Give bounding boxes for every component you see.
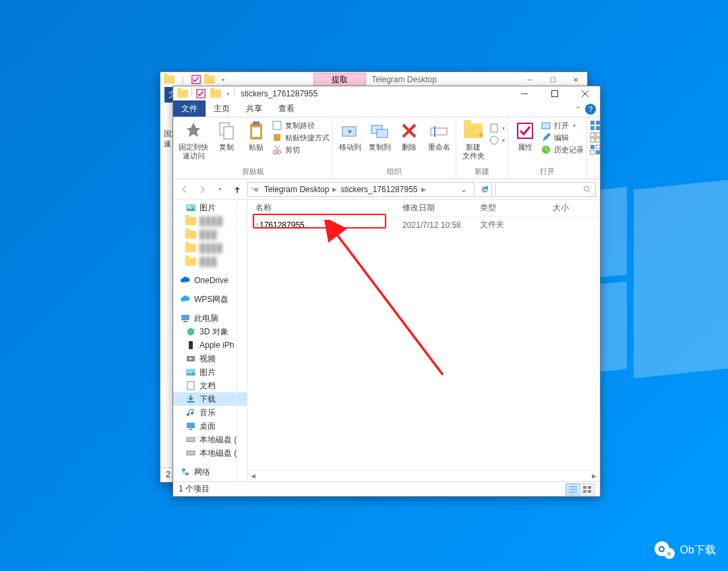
nav-music[interactable]: 音乐 — [173, 406, 247, 419]
maximize-button[interactable] — [539, 86, 570, 101]
new-item-button[interactable]: ▾ — [489, 123, 505, 133]
properties-button[interactable]: 属性 — [511, 119, 539, 153]
nav-pictures[interactable]: 图片 — [173, 201, 247, 214]
new-folder-button[interactable]: 新建 文件夹 — [459, 119, 487, 161]
explorer-window: ▾ stickers_1761287955 文件 主页 共享 查看 ⌃ ? 固定… — [173, 86, 601, 497]
view-large-icons-button[interactable] — [580, 483, 595, 495]
copy-button[interactable]: 复制 — [212, 119, 241, 153]
svg-line-42 — [588, 190, 590, 192]
file-date: 2021/7/12 10:58 — [402, 220, 480, 230]
folder-icon — [162, 73, 176, 86]
minimize-button[interactable] — [509, 86, 539, 101]
nav-item-blurred[interactable]: ████ — [173, 214, 247, 228]
nav-forward-button[interactable] — [195, 182, 210, 197]
nav-local-disk-2[interactable]: 本地磁盘 ( — [173, 446, 247, 460]
maximize-icon[interactable]: ☐ — [541, 73, 564, 86]
open-button[interactable]: 打开▾ — [541, 120, 584, 131]
svg-rect-54 — [187, 451, 195, 455]
help-button[interactable]: ? — [585, 104, 596, 115]
tab-view[interactable]: 查看 — [270, 100, 303, 117]
col-type[interactable]: 类型 — [480, 202, 553, 214]
nav-pane[interactable]: 图片 ████ ███ ████ ███ OneDrive WPS网盘 此电脑 … — [173, 200, 247, 481]
separator — [234, 87, 235, 96]
select-all-button[interactable]: 全部选择 — [590, 120, 600, 131]
contextual-tab: 提取 — [313, 73, 366, 87]
nav-this-pc[interactable]: 此电脑 — [173, 311, 247, 325]
view-details-button[interactable] — [566, 483, 580, 495]
breadcrumb-overflow[interactable]: « — [252, 185, 261, 194]
svg-rect-33 — [590, 133, 595, 137]
edit-button[interactable]: 编辑 — [541, 132, 584, 143]
nav-local-disk-1[interactable]: 本地磁盘 ( — [173, 433, 247, 446]
svg-point-14 — [278, 151, 281, 154]
nav-scrollbar[interactable] — [237, 200, 247, 481]
invert-selection-button[interactable]: 反向选择 — [590, 144, 600, 155]
delete-button[interactable]: 删除 — [395, 119, 423, 153]
nav-3d-objects[interactable]: 3D 对象 — [173, 325, 247, 338]
svg-rect-40 — [596, 150, 600, 154]
paste-button[interactable]: 粘贴 — [242, 119, 270, 153]
file-list[interactable]: 名称 修改日期 类型 大小 1761287955 2021/7/12 10:58… — [247, 200, 600, 481]
minimize-icon[interactable]: ─ — [518, 73, 541, 86]
nav-onedrive[interactable]: OneDrive — [173, 274, 247, 287]
svg-rect-51 — [187, 423, 195, 428]
col-date[interactable]: 修改日期 — [402, 202, 480, 214]
separator — [191, 87, 192, 96]
nav-iphone[interactable]: Apple iPh — [173, 338, 247, 352]
nav-item-blurred[interactable]: ███ — [173, 228, 247, 241]
cut-button[interactable]: 剪切 — [272, 144, 330, 155]
svg-point-13 — [274, 151, 277, 154]
nav-up-button[interactable] — [230, 182, 245, 197]
rename-button[interactable]: 重命名 — [425, 119, 453, 153]
nav-wps[interactable]: WPS网盘 — [173, 293, 247, 306]
ribbon-group-organize: 移动到 复制到 删除 重命名 组织 — [333, 117, 456, 179]
qat-dropdown-icon[interactable]: ▾ — [223, 87, 233, 100]
tab-file[interactable]: 文件 — [173, 100, 206, 117]
breadcrumb-item[interactable]: stickers_1761287955 — [338, 185, 419, 194]
chevron-right-icon[interactable]: ▶ — [332, 186, 337, 193]
nav-item-blurred[interactable]: ███ — [173, 255, 247, 268]
close-button[interactable] — [570, 86, 600, 101]
select-none-button[interactable]: 全部取消 — [590, 132, 600, 143]
nav-videos[interactable]: 视频 — [173, 352, 247, 365]
close-icon[interactable]: ✕ — [564, 73, 587, 86]
easy-access-button[interactable]: ▾ — [489, 135, 505, 146]
svg-rect-9 — [253, 121, 260, 125]
tab-share[interactable]: 共享 — [238, 100, 270, 117]
svg-rect-12 — [274, 134, 280, 141]
nav-downloads[interactable]: 下载 — [173, 392, 247, 406]
nav-recent-button[interactable]: ▾ — [212, 182, 227, 197]
properties-qat-icon[interactable] — [193, 87, 208, 100]
title-bar[interactable]: ▾ stickers_1761287955 — [173, 86, 600, 101]
svg-rect-39 — [590, 150, 595, 154]
paste-shortcut-button[interactable]: 粘贴快捷方式 — [272, 132, 330, 143]
nav-network[interactable]: 网络 — [173, 465, 247, 479]
nav-pictures-2[interactable]: 图片 — [173, 365, 247, 379]
ribbon-group-new: 新建 文件夹 ▾ ▾ 新建 — [456, 117, 508, 179]
svg-rect-61 — [583, 486, 586, 489]
copy-path-button[interactable]: 复制路径 — [272, 120, 330, 131]
address-dropdown-icon[interactable]: ⌄ — [456, 185, 471, 194]
nav-desktop[interactable]: 桌面 — [173, 419, 247, 433]
horizontal-scrollbar[interactable]: ◀▶ — [247, 470, 600, 481]
history-button[interactable]: 历史记录 — [541, 144, 584, 155]
nav-item-blurred[interactable]: ████ — [173, 241, 247, 255]
col-size[interactable]: 大小 — [553, 202, 595, 214]
collapse-ribbon-icon[interactable]: ⌃ — [575, 105, 581, 114]
nav-documents[interactable]: 文档 — [173, 379, 247, 392]
svg-line-16 — [274, 146, 279, 151]
tab-home[interactable]: 主页 — [206, 100, 238, 117]
col-name[interactable]: 名称 — [255, 202, 402, 214]
chevron-right-icon[interactable]: ▶ — [421, 186, 426, 193]
nav-back-button[interactable] — [177, 182, 192, 197]
wechat-icon — [655, 541, 675, 559]
breadcrumb-item[interactable]: Telegram Desktop — [262, 185, 332, 194]
svg-rect-10 — [252, 127, 260, 137]
folder-icon — [203, 73, 216, 86]
search-input[interactable] — [495, 182, 596, 197]
pin-quick-access-button[interactable]: 固定到快 速访问 — [176, 119, 211, 161]
refresh-button[interactable] — [477, 182, 492, 197]
copy-to-button[interactable]: 复制到 — [365, 119, 394, 153]
breadcrumb-bar[interactable]: « Telegram Desktop ▶ stickers_1761287955… — [247, 182, 475, 197]
move-to-button[interactable]: 移动到 — [336, 119, 364, 153]
